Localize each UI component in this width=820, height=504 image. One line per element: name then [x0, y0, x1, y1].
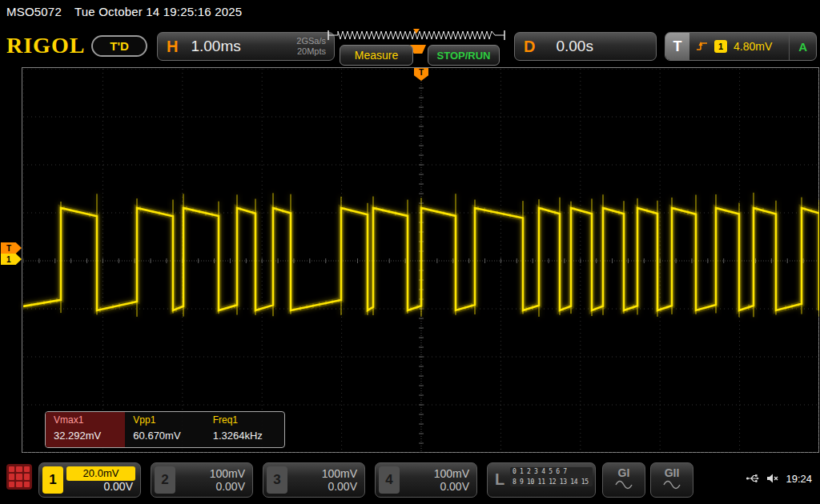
ch1-waveform-trace: [23, 69, 819, 453]
memory-depth: 20Mpts: [297, 46, 326, 57]
delay-button[interactable]: D 0.00s: [514, 32, 657, 61]
usb-icon: [746, 472, 760, 485]
measure-button[interactable]: Measure: [340, 45, 413, 66]
sine-wave-icon: [663, 479, 681, 490]
h-label: H: [167, 38, 178, 56]
sample-rate: 2GSa/s: [296, 36, 326, 46]
measurement-value: 1.3264kHz: [205, 427, 284, 442]
acquisition-info: 2GSa/s 20Mpts: [296, 36, 326, 57]
status-icons: 19:24: [746, 472, 812, 485]
trigger-status-badge: T'D: [91, 35, 147, 57]
generator-1-box[interactable]: GI: [602, 462, 645, 498]
rising-edge-icon: [696, 40, 709, 53]
generator-2-box[interactable]: GII: [650, 462, 693, 498]
measurement-item: Vpp1 60.670mV: [125, 412, 204, 447]
generator-2-label: GII: [665, 466, 680, 479]
channel-3-scale: 100mV: [322, 467, 357, 480]
channel-1-scale: 20.0mV: [66, 466, 135, 481]
datetime: Tue October 14 19:25:16 2025: [74, 5, 242, 18]
oscilloscope-screen: MSO5072Tue October 14 19:25:16 2025 RIGO…: [0, 0, 820, 504]
channel-4-box[interactable]: 4 100mV 0.00V: [375, 462, 477, 498]
trigger-level-value: 4.80mV: [734, 40, 772, 53]
d-label: D: [524, 38, 535, 56]
measurement-label: Freq1: [205, 412, 284, 427]
channel-3-offset: 0.00V: [328, 480, 357, 493]
channel-1-box[interactable]: 1 20.0mV 0.00V: [38, 462, 141, 498]
trigger-sweep-mode: A: [789, 33, 816, 60]
memory-waveform-icon: [327, 29, 506, 42]
measurement-panel[interactable]: Vmax1 32.292mV Vpp1 60.670mV Freq1 1.326…: [45, 411, 285, 448]
channel-2-box[interactable]: 2 100mV 0.00V: [151, 462, 253, 498]
measurement-label: Vmax1: [46, 412, 125, 427]
channel-2-badge: 2: [155, 466, 175, 494]
ch1-ground-marker[interactable]: 1: [1, 254, 22, 265]
stop-run-button[interactable]: STOP/RUN: [428, 45, 500, 66]
channel-4-scale: 100mV: [434, 467, 469, 480]
channel-2-offset: 0.00V: [215, 480, 245, 493]
channel-4-badge: 4: [379, 466, 400, 494]
measurement-value: 32.292mV: [46, 427, 125, 442]
logic-channels-box[interactable]: L 0 1 2 3 4 5 6 7 8 9 10 11 12 13 14 15: [487, 462, 596, 498]
channel-2-scale: 100mV: [210, 467, 245, 480]
timebase-value: 1.00ms: [191, 38, 240, 55]
top-status-bar: MSO5072Tue October 14 19:25:16 2025: [6, 5, 242, 18]
channel-3-box[interactable]: 3 100mV 0.00V: [263, 462, 365, 498]
delay-value: 0.00s: [556, 38, 593, 55]
rigol-logo: RIGOL: [6, 33, 85, 58]
speaker-mute-icon: [766, 472, 779, 485]
measurement-item: Freq1 1.3264kHz: [205, 412, 284, 447]
logic-label: L: [495, 470, 504, 489]
trigger-level-marker[interactable]: T: [1, 242, 22, 254]
channel-1-badge: 1: [42, 466, 63, 494]
generator-1-label: GI: [618, 466, 630, 479]
trigger-button[interactable]: T 1 4.80mV A: [665, 32, 817, 61]
menu-grid-icon[interactable]: [6, 464, 32, 490]
measurement-value: 60.670mV: [125, 427, 204, 442]
model-name: MSO5072: [6, 5, 62, 18]
logic-row-2: 8 9 10 11 12 13 14 15: [510, 478, 593, 486]
measurement-label: Vpp1: [125, 412, 204, 427]
clock: 19:24: [786, 473, 812, 485]
t-label: T: [665, 33, 689, 60]
measurement-item: Vmax1 32.292mV: [46, 412, 125, 447]
header-bar: RIGOL T'D H 1.00ms 2GSa/s 20Mpts Measure…: [0, 26, 820, 67]
waveform-display-area: T Vmax1 32.292mV Vpp1 60.670mV Freq1 1.3…: [22, 67, 819, 453]
sine-wave-icon: [615, 479, 633, 490]
logic-channel-numbers: 0 1 2 3 4 5 6 7 8 9 10 11 12 13 14 15: [510, 467, 593, 488]
horizontal-timebase-button[interactable]: H 1.00ms 2GSa/s 20Mpts: [157, 32, 335, 61]
waveform-memory-strip: [327, 29, 506, 42]
trigger-source-badge: 1: [714, 40, 727, 53]
logic-row-1: 0 1 2 3 4 5 6 7: [510, 467, 593, 476]
channel-4-offset: 0.00V: [440, 480, 469, 493]
channel-3-badge: 3: [267, 466, 287, 494]
channel-1-offset: 0.00V: [103, 480, 133, 493]
bottom-status-bar: 1 20.0mV 0.00V 2 100mV 0.00V 3 100mV 0.0…: [0, 453, 820, 504]
